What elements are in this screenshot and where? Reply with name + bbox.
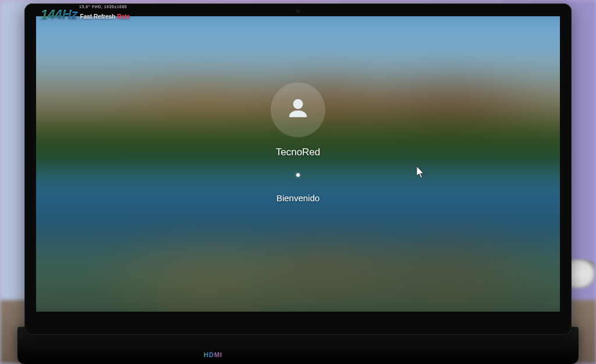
refresh-rate-sub-b: Rate	[117, 13, 130, 20]
laptop-bezel: TecnoRed Bienvenido	[24, 3, 572, 335]
svg-point-0	[293, 99, 303, 109]
login-screen: TecnoRed Bienvenido	[36, 16, 560, 312]
user-icon	[284, 95, 312, 125]
welcome-message: Bienvenido	[276, 193, 320, 203]
loading-spinner-icon	[296, 173, 300, 177]
webcam-icon	[296, 9, 300, 13]
refresh-rate-sub-a: Fast Refresh	[80, 13, 116, 20]
refresh-rate-badge: 144Hz Fast Refresh Rate 15.6" FHD, 1920x…	[37, 6, 133, 23]
panel-spec: 15.6" FHD, 1920x1080	[79, 5, 127, 9]
avatar[interactable]	[271, 83, 325, 137]
hdmi-port-label: HDMI	[204, 351, 222, 358]
username-label: TecnoRed	[276, 147, 321, 158]
refresh-rate-value: 144Hz	[41, 7, 78, 22]
screen: TecnoRed Bienvenido	[36, 16, 560, 312]
